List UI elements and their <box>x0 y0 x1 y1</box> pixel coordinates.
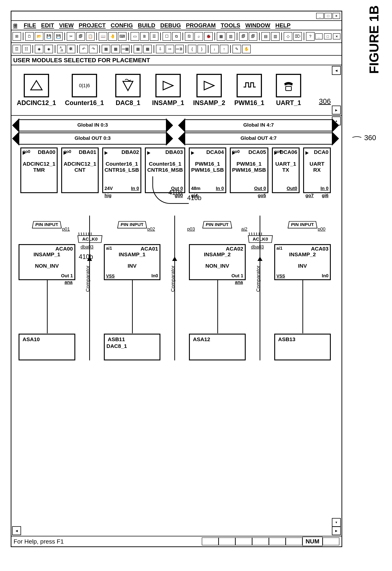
ablock-asa10[interactable]: ASA10 <box>19 334 75 360</box>
module-dac8[interactable]: DAC8_1 <box>113 74 143 107</box>
ablock-asb11[interactable]: ASB11 DAC8_1 <box>104 334 160 360</box>
dblock-dca04[interactable]: DCA04 PWM16_1 PWM16_LSB 48m In 0 gi4 <box>189 147 226 193</box>
chip2-icon[interactable]: ▥ <box>226 32 235 41</box>
arrowup-icon[interactable]: ↑ <box>220 45 228 53</box>
open-icon[interactable]: 📂 <box>35 32 43 41</box>
undo-icon[interactable]: ↶ <box>79 45 88 53</box>
aclk-1[interactable]: ACLK0 <box>248 235 273 243</box>
list2-icon[interactable]: ☲ <box>13 45 21 53</box>
gridarrow-icon[interactable]: ⇨▦ <box>121 45 130 53</box>
grid4-icon[interactable]: ▦ <box>143 45 152 53</box>
braceleft-icon[interactable]: { <box>188 45 196 53</box>
minimize-button[interactable]: _ <box>316 13 324 19</box>
menu-project[interactable]: PROJECT <box>79 22 106 29</box>
grid-icon[interactable]: ⊞ <box>13 32 21 41</box>
tool-icon[interactable]: ⌦ <box>293 32 302 41</box>
dblock-dca0[interactable]: DCA0 UART RX In 0 go7 gi6 <box>303 147 331 193</box>
ablock-aca02[interactable]: ACA02 INSAMP_2 NON_INV Out 1 ana <box>189 244 246 280</box>
window-icon[interactable]: ⧉ <box>172 32 181 41</box>
design-canvas[interactable]: ▲ ▼ ◀ ▶ Global IN 0:3 Global OUT 0:3 Glo… <box>11 116 342 536</box>
menu-edit[interactable]: EDIT <box>41 22 54 29</box>
stack-icon[interactable]: ▤ <box>261 32 270 41</box>
grid1-icon[interactable]: ▦ <box>102 45 110 53</box>
rightarrow-icon[interactable]: ⇨ <box>166 45 174 53</box>
keyboard-icon[interactable]: ⌨ <box>118 32 127 41</box>
saveall-icon[interactable]: 💾 <box>54 32 63 41</box>
menu-tools[interactable]: TOOLS <box>221 22 240 29</box>
scroll-left-icon[interactable]: ◀ <box>332 66 341 75</box>
module-insamp1[interactable]: INSAMP_1 <box>152 74 184 107</box>
dblock-dca05[interactable]: go0 DCA05 PWM16_1 PWM16_MSB Out 0 go5 <box>230 147 268 193</box>
dblock-dca06[interactable]: go0 DCA06 UART_1 TX Out0 <box>272 147 300 193</box>
menu-program[interactable]: PROGRAM <box>186 22 216 29</box>
rect-icon[interactable]: ▭ <box>131 32 139 41</box>
menu-window[interactable]: WINDOW <box>245 22 270 29</box>
arrowdown-icon[interactable]: ↓ <box>210 45 219 53</box>
pan-icon[interactable]: ✋ <box>242 45 251 53</box>
bug-icon[interactable]: 🐞 <box>204 32 213 41</box>
dblock-dba02[interactable]: DBA02 Counter16_1 CNTR16_LSB 24V In 0 hi… <box>102 147 141 193</box>
right-icon[interactable]: ◈ <box>44 45 53 53</box>
ab-icon[interactable]: A↓B <box>57 45 66 53</box>
dblock-dba00[interactable]: go0 DBA00 ADCINC12_1 TMR <box>20 147 58 193</box>
pin-input-3[interactable]: PIN INPUT <box>288 221 317 228</box>
child-close-button[interactable]: × <box>333 33 340 39</box>
pin-input-0[interactable]: PIN INPUT <box>32 221 61 228</box>
hscroll-right-icon[interactable]: ▶ <box>332 526 341 535</box>
downarrow-icon[interactable]: ⇩ <box>156 45 164 53</box>
menu-debug[interactable]: DEBUG <box>160 22 181 29</box>
rightpage-icon[interactable]: ⇨🗎 <box>175 45 184 53</box>
vscroll-down-icon[interactable]: ▼ <box>332 518 341 527</box>
aclk-0[interactable]: ACLK0 <box>77 235 102 243</box>
menu-file[interactable]: FILE <box>24 22 36 29</box>
page-icon[interactable]: ☐ <box>162 32 171 41</box>
ablock-aca03[interactable]: ai1 ACA03 INSAMP_2 INV VSS In0 <box>274 244 331 280</box>
module-adcinc12[interactable]: ADCINC12_1 <box>17 74 56 107</box>
doc2-icon[interactable]: 🗐 <box>239 32 248 41</box>
grid3-icon[interactable]: ▦ <box>134 45 142 53</box>
left-icon[interactable]: ◈ <box>35 45 43 53</box>
config-icon[interactable]: ☷ <box>22 45 31 53</box>
list-icon[interactable]: ☰ <box>150 32 159 41</box>
cut-icon[interactable]: ✂ <box>67 32 75 41</box>
pin-input-1[interactable]: PIN INPUT <box>117 221 147 228</box>
menu-config[interactable]: CONFIG <box>111 22 133 29</box>
child-maximize-button[interactable]: □ <box>324 33 332 39</box>
copy-icon[interactable]: 🗐 <box>76 32 85 41</box>
book-icon[interactable]: 📖 <box>99 32 107 41</box>
menu-help[interactable]: HELP <box>275 22 290 29</box>
grid2-icon[interactable]: ▦ <box>111 45 120 53</box>
ablock-aca00[interactable]: ACA00 INSAMP_1 NON_INV Out 1 ana <box>19 244 75 280</box>
stack2-icon[interactable]: ▥ <box>271 32 280 41</box>
child-minimize-button[interactable]: _ <box>315 33 323 39</box>
hand-icon[interactable]: 🤚 <box>108 32 117 41</box>
doc3-icon[interactable]: 🗐 <box>249 32 257 41</box>
dblock-dba01[interactable]: go0 DBA01 ADCINC12_1 CNT <box>61 147 99 193</box>
maximize-button[interactable]: □ <box>324 13 332 19</box>
doc-icon[interactable]: 🗎 <box>140 32 149 41</box>
diamond-icon[interactable]: ◇ <box>284 32 292 41</box>
help-icon[interactable]: ? <box>306 32 315 41</box>
braceright-icon[interactable]: } <box>198 45 206 53</box>
close-button[interactable]: × <box>333 13 340 19</box>
ablock-aca01[interactable]: ai1 ACA01 INSAMP_1 INV VSS In0 <box>104 244 160 280</box>
module-uart[interactable]: UART_1 <box>273 74 304 107</box>
module-pwm16[interactable]: PWM16_1 <box>234 74 264 107</box>
menu-view[interactable]: VIEW <box>59 22 74 29</box>
pin-input-2[interactable]: PIN INPUT <box>202 221 232 228</box>
paste-icon[interactable]: 📋 <box>86 32 95 41</box>
module-insamp2[interactable]: INSAMP_2 <box>193 74 225 107</box>
wrench-icon[interactable]: 🛠 <box>67 45 75 53</box>
module-counter16[interactable]: 0|1|6 Counter16_1 <box>65 74 104 107</box>
new-icon[interactable]: 🗋 <box>25 32 34 41</box>
cursor-icon[interactable]: ✎ <box>232 45 241 53</box>
ablock-asa12[interactable]: ASA12 <box>189 334 246 360</box>
menu-build[interactable]: BUILD <box>138 22 155 29</box>
scroll-right-icon[interactable]: ▶ <box>332 106 341 114</box>
redo-icon[interactable]: ↷ <box>89 45 98 53</box>
tools-icon[interactable]: 🖻 <box>185 32 193 41</box>
save-icon[interactable]: 💾 <box>44 32 53 41</box>
ablock-asb13[interactable]: ASB13 <box>274 334 331 360</box>
chip-icon[interactable]: ▦ <box>217 32 225 41</box>
zoom-icon[interactable]: ⌕ <box>194 32 203 41</box>
